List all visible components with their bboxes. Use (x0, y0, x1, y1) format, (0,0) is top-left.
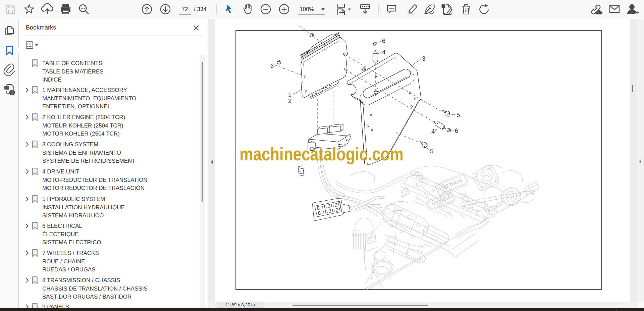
svg-text:72: 72 (182, 6, 188, 12)
svg-text:4: 4 (382, 49, 385, 56)
svg-text:i: i (11, 91, 12, 95)
svg-text:100%: 100% (300, 6, 314, 12)
svg-text:6: 6 (270, 62, 274, 69)
svg-text:5: 5 (430, 148, 433, 155)
svg-text:2: 2 (288, 97, 291, 104)
svg-text:3: 3 (422, 55, 425, 62)
svg-text:6: 6 (382, 37, 385, 44)
svg-text:6: 6 (455, 127, 458, 134)
svg-text:4: 4 (431, 128, 435, 135)
svg-text:/ 334: / 334 (194, 6, 207, 12)
svg-text:5: 5 (457, 111, 460, 118)
svg-text:machinecatalogic.com: machinecatalogic.com (239, 144, 404, 164)
